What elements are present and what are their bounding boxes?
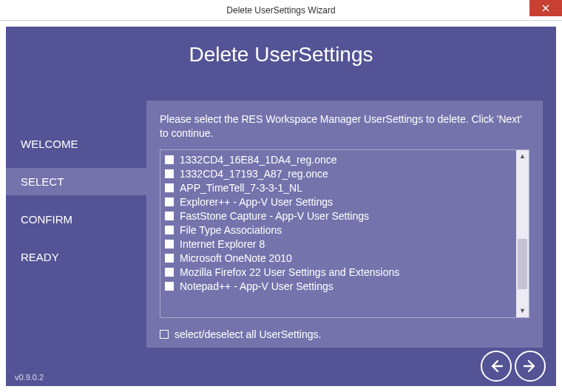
scroll-down-icon[interactable]: ▼ [516, 305, 529, 317]
list-item-label: Mozilla Firefox 22 User Settings and Ext… [180, 266, 399, 278]
back-button[interactable] [481, 351, 512, 382]
list-item-label: 1332CD4_16E84_1DA4_reg.once [180, 154, 337, 166]
step-welcome[interactable]: WELCOME [6, 130, 146, 158]
checkbox-icon[interactable] [165, 282, 174, 291]
list-item[interactable]: 1332CD4_16E84_1DA4_reg.once [165, 153, 512, 167]
arrow-left-icon [489, 359, 504, 374]
list-item-label: APP_TimeTell_7-3-3-1_NL [180, 182, 302, 194]
list-item-label: Internet Explorer 8 [180, 238, 265, 250]
step-confirm[interactable]: CONFIRM [6, 206, 146, 233]
scroll-thumb[interactable] [518, 239, 527, 289]
checkbox-icon[interactable] [165, 183, 174, 192]
scrollbar[interactable]: ▲ ▼ [516, 150, 529, 317]
titlebar: Delete UserSettings Wizard [0, 0, 562, 21]
list-item-label: 1332CD4_17193_A87_reg.once [180, 168, 328, 180]
checkbox-icon[interactable] [165, 169, 174, 178]
checkbox-icon[interactable] [165, 268, 174, 277]
wizard: Delete UserSettings WELCOME SELECT CONFI… [6, 27, 556, 386]
checkbox-icon[interactable] [165, 254, 174, 263]
panel-instructions: Please select the RES Workspace Manager … [160, 112, 529, 141]
arrow-right-icon [523, 359, 538, 374]
list-item-label: FastStone Capture - App-V User Settings [180, 210, 369, 222]
step-nav: WELCOME SELECT CONFIRM READY [6, 130, 146, 281]
nav-buttons [481, 351, 546, 382]
list-item[interactable]: APP_TimeTell_7-3-3-1_NL [165, 181, 512, 195]
list-item[interactable]: Microsoft OneNote 2010 [165, 251, 512, 266]
list-item[interactable]: Notepad++ - App-V User Settings [165, 280, 512, 294]
scroll-up-icon[interactable]: ▲ [516, 150, 529, 163]
list-item-label: File Type Associations [180, 224, 282, 236]
version-label: v0.9.0.2 [15, 373, 44, 382]
list-inner: 1332CD4_16E84_1DA4_reg.once 1332CD4_1719… [160, 150, 516, 317]
list-item-label: Notepad++ - App-V User Settings [180, 280, 334, 292]
content-panel: Please select the RES Workspace Manager … [146, 101, 543, 348]
close-icon [542, 4, 549, 12]
checkbox-icon[interactable] [160, 330, 169, 339]
checkbox-icon[interactable] [165, 240, 174, 249]
checkbox-icon[interactable] [165, 197, 174, 206]
list-item[interactable]: Internet Explorer 8 [165, 237, 512, 251]
list-item[interactable]: FastStone Capture - App-V User Settings [165, 209, 512, 223]
next-button[interactable] [515, 351, 546, 382]
checkbox-icon[interactable] [165, 212, 174, 220]
list-item[interactable]: File Type Associations [165, 223, 512, 237]
list-item[interactable]: Explorer++ - App-V User Settings [165, 195, 512, 209]
step-select[interactable]: SELECT [6, 168, 147, 195]
step-ready[interactable]: READY [6, 243, 146, 271]
list-item[interactable]: Mozilla Firefox 22 User Settings and Ext… [165, 266, 512, 280]
list-item-label: Explorer++ - App-V User Settings [180, 196, 333, 208]
list-item-label: Microsoft OneNote 2010 [180, 252, 292, 264]
select-all-label: select/deselect all UserSettings. [175, 328, 321, 340]
checkbox-icon[interactable] [165, 155, 174, 164]
checkbox-icon[interactable] [165, 226, 174, 234]
list-item[interactable]: 1332CD4_17193_A87_reg.once [165, 167, 512, 181]
usersettings-listbox: 1332CD4_16E84_1DA4_reg.once 1332CD4_1719… [160, 149, 529, 318]
close-button[interactable] [529, 0, 562, 16]
select-all-toggle[interactable]: select/deselect all UserSettings. [160, 328, 529, 340]
window-body: Delete UserSettings WELCOME SELECT CONFI… [0, 21, 562, 392]
wizard-heading: Delete UserSettings [6, 27, 556, 80]
window-title: Delete UserSettings Wizard [226, 5, 335, 16]
